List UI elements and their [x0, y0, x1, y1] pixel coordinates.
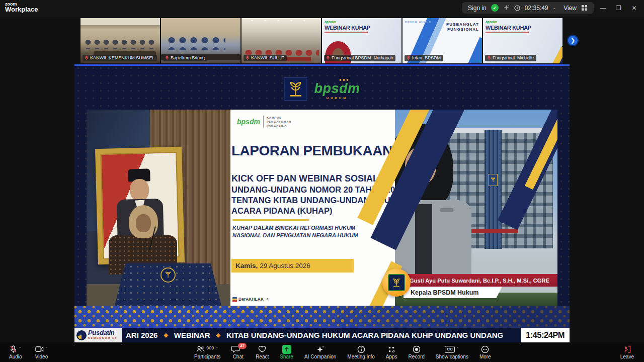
bpsdm-mini-logo: bpsdm [325, 20, 336, 24]
meeting-info-button[interactable]: Meeting info [344, 342, 377, 362]
slide-tagline: KUHAP DALAM BINGKAI REFORMASI HUKUM NASI… [232, 224, 358, 239]
participant-name-tag: KANWIL KEMENKUM SUMSEL [83, 55, 157, 61]
speaker-photo [87, 110, 230, 306]
timer-chevron-icon[interactable]: ⌄ [553, 6, 556, 10]
chevron-right-icon: ❯ [571, 37, 575, 44]
audio-button[interactable]: ⌃ Audio [6, 342, 25, 362]
date-banner: Kamis,29 Agustus 2026 [231, 259, 354, 273]
next-videos-button[interactable]: ❯ [567, 35, 579, 46]
stage-header-logos: bpsdm HUKUM [284, 77, 360, 101]
video-tile-kanwil-sulut[interactable]: KANWIL SULUT [242, 18, 321, 63]
chat-button[interactable]: 27 ⌃ Chat [228, 342, 248, 362]
participants-icon [196, 345, 205, 353]
titlebar-right-cluster: Sign in ✓ 02:35:49 ⌄ View [462, 2, 594, 14]
apps-button[interactable]: Apps [383, 342, 400, 362]
mic-muted-icon [326, 55, 330, 60]
participant-name: Fungsional_Michelle [493, 55, 534, 60]
pusdatin-brand: Pusdatin [88, 330, 117, 335]
more-icon [481, 345, 489, 353]
tile-header-text: WEBINAR KUHAP [486, 25, 531, 31]
brand-workplace: Workplace [5, 7, 38, 12]
video-options-chevron[interactable]: ⌃ [45, 346, 48, 350]
mic-muted-icon [165, 55, 169, 60]
ai-sparkle-icon [316, 345, 325, 353]
mic-muted-icon [487, 55, 491, 60]
zoom-workplace-logo: zoom Workplace [5, 2, 38, 12]
verified-shield-icon: ✓ [491, 4, 499, 12]
zoom-window: zoom Workplace Sign in ✓ 02:35:49 ⌄ View… [0, 0, 644, 362]
participants-button[interactable]: 909 ⌃ Participants [191, 342, 223, 362]
close-button[interactable]: ✕ [626, 0, 642, 16]
participant-name: KANWIL SULUT [251, 55, 284, 60]
video-camera-icon [35, 346, 44, 352]
video-tile-bapelkum-bitung[interactable]: Bapelkum Bitung [161, 18, 240, 63]
video-button[interactable]: ⌃ Video [32, 342, 51, 362]
presentation-slide: bpsdm KAMPUS PENGAYOMAN PANCASILA LAPORA… [87, 110, 557, 306]
ticker-clock: 1:45:24PM [521, 328, 570, 342]
bpsdm-logo: bpsdm HUKUM [314, 79, 360, 100]
diamond-icon: ◆ [216, 332, 220, 338]
participant-name-tag: Bapelkum Bitung [163, 55, 207, 61]
title-bar: zoom Workplace Sign in ✓ 02:35:49 ⌄ View… [0, 0, 644, 17]
pusdatin-brand-sub: KEMENKUM RI [88, 335, 117, 341]
slide-title: LAPORAN PEMBUKAAN [231, 143, 392, 159]
sparkle-icon [503, 5, 510, 11]
captions-button[interactable]: CC ⌃ Show captions [433, 342, 471, 362]
participant-name: KANWIL KEMENKUM SUMSEL [90, 55, 154, 60]
bpsdm-mini-logo: bpsdm [486, 20, 497, 24]
ministry-emblem-icon [284, 77, 307, 101]
participant-name: Bapelkum Bitung [171, 55, 205, 60]
bpsdm-logo-text: bpsdm [314, 82, 360, 96]
gold-dot-border [74, 306, 570, 328]
meeting-timer: 02:35:49 [525, 5, 548, 12]
podium [115, 263, 221, 306]
participant-name: Fungsional BPSDM_Nurhayati [332, 55, 393, 60]
clock-icon [514, 5, 520, 11]
leave-button[interactable]: Leave [617, 342, 637, 362]
pusdatin-logo: Pusdatin KEMENKUM RI [74, 328, 122, 342]
diamond-icon: ◆ [164, 332, 168, 338]
meeting-toolbar: ⌃ Audio ⌃ Video [0, 342, 644, 362]
participants-count: 909 [206, 345, 214, 350]
video-filmstrip: KANWIL KEMENKUM SUMSEL Bapelkum Bitung [80, 18, 564, 63]
bpsdm-logo-sub: HUKUM [327, 97, 348, 100]
campus-caption: KAMPUS PENGAYOMAN PANCASILA [267, 116, 291, 128]
record-icon [413, 345, 421, 353]
captions-chevron[interactable]: ⌃ [456, 346, 459, 350]
tile-corner-text: BPSDM HUKUM [405, 21, 432, 24]
info-icon [357, 345, 365, 353]
shared-screen: bpsdm HUKUM [74, 64, 570, 342]
react-button[interactable]: React [253, 342, 272, 362]
heart-icon [258, 345, 266, 353]
news-ticker: Pusdatin KEMENKUM RI ARI 2026 ◆ WEBINAR … [74, 328, 570, 342]
tile-header-text: PUSBANGLAT FUNGSIONAL [446, 22, 479, 32]
video-tile-kanwil-kemenkum-sumsel[interactable]: KANWIL KEMENKUM SUMSEL [80, 18, 160, 63]
berakhlak-logo: BerAKHLAK ↗ [232, 297, 269, 302]
participant-name-tag: Fungsional_Michelle [485, 55, 536, 61]
mic-muted-icon [246, 55, 250, 60]
video-tile-fungsional-michelle[interactable]: bpsdm WEBINAR KUHAP Fungsional_Michelle [483, 18, 562, 63]
mic-muted-icon [85, 55, 89, 60]
view-button[interactable]: View [564, 5, 577, 12]
mic-muted-icon [10, 345, 17, 353]
mic-muted-icon [407, 55, 411, 60]
record-button[interactable]: Record [406, 342, 428, 362]
participant-name: Intan_BPSDM [412, 55, 441, 60]
share-screen-button[interactable]: Share [277, 342, 296, 362]
audio-options-chevron[interactable]: ⌃ [19, 346, 22, 350]
view-grid-icon[interactable] [581, 5, 588, 11]
pusdatin-logo-icon [76, 330, 87, 340]
sign-in-button[interactable]: Sign in [468, 5, 487, 12]
ai-companion-button[interactable]: AI Companion [301, 342, 339, 362]
video-tile-fungsional-nurhayati[interactable]: bpsdm WEBINAR KUHAP Fungsional BPSDM_Nur… [322, 18, 401, 63]
speaker-badge-icon [382, 268, 411, 297]
participants-chevron[interactable]: ⌃ [215, 346, 218, 350]
video-tile-intan-bpsdm[interactable]: BPSDM HUKUM PUSBANGLAT FUNGSIONAL Intan_… [403, 18, 482, 63]
minimize-button[interactable]: — [595, 0, 611, 16]
window-controls: — ❐ ✕ [595, 0, 642, 16]
slide-logo-row: bpsdm KAMPUS PENGAYOMAN PANCASILA [237, 116, 291, 128]
chat-unread-badge: 27 [238, 343, 247, 349]
maximize-button[interactable]: ❐ [611, 0, 626, 16]
more-button[interactable]: More [476, 342, 494, 362]
bpsdm-small-logo: bpsdm [237, 118, 260, 126]
